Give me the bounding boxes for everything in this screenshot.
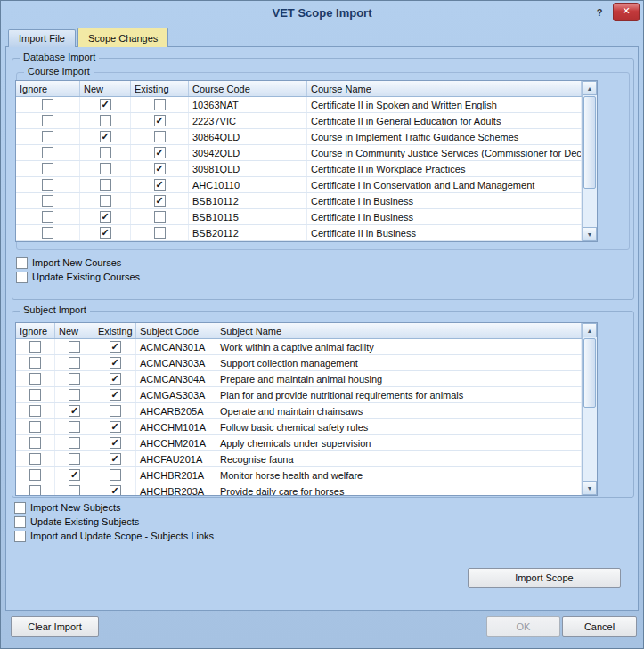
column-header-subject-code[interactable]: Subject Code — [136, 323, 216, 338]
checkbox[interactable] — [16, 257, 28, 269]
scroll-down-icon[interactable]: ▼ — [583, 227, 597, 241]
table-row[interactable]: ✓ BSB20112 Certificate II in Business — [16, 225, 582, 241]
cancel-button[interactable]: Cancel — [562, 616, 637, 637]
table-row[interactable]: ✓ ACMCAN303A Support collection manageme… — [16, 355, 582, 371]
new-checkbox[interactable]: ✓ — [69, 405, 80, 417]
existing-checkbox[interactable] — [154, 99, 166, 110]
column-header-new[interactable]: New — [55, 323, 94, 338]
new-checkbox[interactable] — [69, 357, 80, 369]
column-header-subject-name[interactable]: Subject Name — [216, 323, 582, 338]
existing-checkbox[interactable] — [154, 211, 166, 223]
column-header-ignore[interactable]: Ignore — [16, 81, 80, 96]
subject-option-1[interactable]: Update Existing Subjects — [14, 515, 214, 529]
table-row[interactable]: ✓ AHCHBR203A Provide daily care for hors… — [16, 483, 582, 495]
new-checkbox[interactable]: ✓ — [100, 227, 111, 239]
new-checkbox[interactable] — [100, 163, 111, 174]
new-checkbox[interactable] — [100, 147, 111, 158]
table-row[interactable]: ✓ AHCCHM201A Apply chemicals under super… — [16, 435, 582, 451]
tab-import-file[interactable]: Import File — [8, 29, 76, 47]
table-row[interactable]: ✓ AHCFAU201A Recognise fauna — [16, 451, 582, 467]
subject-table-scrollbar[interactable]: ▲ ▼ — [582, 323, 597, 495]
ignore-checkbox[interactable] — [42, 115, 53, 126]
help-button[interactable]: ? — [591, 4, 607, 20]
table-row[interactable]: ✓ AHCHBR201A Monitor horse health and we… — [16, 467, 582, 483]
existing-checkbox[interactable] — [110, 469, 121, 481]
new-checkbox[interactable] — [100, 195, 111, 207]
existing-checkbox[interactable]: ✓ — [110, 341, 121, 353]
column-header-existing[interactable]: Existing — [131, 81, 189, 96]
ignore-checkbox[interactable] — [42, 211, 53, 223]
existing-checkbox[interactable]: ✓ — [154, 195, 166, 207]
checkbox[interactable] — [14, 502, 26, 514]
column-header-ignore[interactable]: Ignore — [16, 323, 55, 338]
ignore-checkbox[interactable] — [42, 131, 53, 142]
course-table-scrollbar[interactable]: ▲ ▼ — [582, 81, 597, 241]
checkbox[interactable] — [16, 272, 28, 283]
table-row[interactable]: ✓ ACMCAN301A Work within a captive anima… — [16, 339, 582, 355]
new-checkbox[interactable]: ✓ — [100, 99, 111, 110]
existing-checkbox[interactable]: ✓ — [110, 357, 121, 369]
existing-checkbox[interactable]: ✓ — [154, 163, 166, 174]
new-checkbox[interactable] — [69, 485, 80, 495]
ignore-checkbox[interactable] — [42, 163, 53, 174]
table-row[interactable]: ✓ 22237VIC Certificate II in General Edu… — [16, 113, 582, 129]
ignore-checkbox[interactable] — [29, 357, 41, 369]
table-row[interactable]: ✓ AHCARB205A Operate and maintain chains… — [16, 403, 582, 419]
new-checkbox[interactable] — [69, 341, 80, 353]
existing-checkbox[interactable]: ✓ — [110, 421, 121, 433]
column-header-course-name[interactable]: Course Name — [307, 81, 582, 96]
existing-checkbox[interactable] — [154, 131, 166, 142]
table-row[interactable]: ✓ AHC10110 Certificate I in Conservation… — [16, 177, 582, 193]
course-option-0[interactable]: Import New Courses — [16, 256, 140, 270]
new-checkbox[interactable] — [69, 421, 80, 433]
scrollbar-thumb[interactable] — [583, 338, 596, 408]
existing-checkbox[interactable]: ✓ — [110, 453, 121, 465]
column-header-course-code[interactable]: Course Code — [189, 81, 307, 96]
scroll-up-icon[interactable]: ▲ — [583, 81, 597, 95]
existing-checkbox[interactable] — [110, 405, 121, 417]
ok-button[interactable]: OK — [486, 616, 560, 637]
table-row[interactable]: ✓ 30981QLD Certificate II in Workplace P… — [16, 161, 582, 177]
table-row[interactable]: ✓ BSB10112 Certificate I in Business — [16, 193, 582, 209]
ignore-checkbox[interactable] — [42, 147, 53, 158]
existing-checkbox[interactable] — [154, 227, 166, 239]
new-checkbox[interactable]: ✓ — [69, 469, 80, 481]
column-header-new[interactable]: New — [80, 81, 131, 96]
checkbox[interactable] — [14, 531, 26, 542]
existing-checkbox[interactable]: ✓ — [154, 115, 166, 126]
table-row[interactable]: ✓ 10363NAT Certificate II in Spoken and … — [16, 97, 582, 113]
ignore-checkbox[interactable] — [42, 227, 53, 239]
existing-checkbox[interactable]: ✓ — [110, 437, 121, 449]
existing-checkbox[interactable]: ✓ — [154, 179, 166, 191]
existing-checkbox[interactable]: ✓ — [110, 485, 121, 495]
new-checkbox[interactable] — [100, 179, 111, 191]
table-row[interactable]: ✓ 30942QLD Course in Community Justice S… — [16, 145, 582, 161]
import-scope-button[interactable]: Import Scope — [468, 568, 621, 588]
ignore-checkbox[interactable] — [29, 453, 41, 465]
clear-import-button[interactable]: Clear Import — [11, 616, 99, 637]
subject-option-2[interactable]: Import and Update Scope - Subjects Links — [14, 529, 214, 543]
ignore-checkbox[interactable] — [42, 179, 53, 191]
table-row[interactable]: ✓ ACMCAN304A Prepare and maintain animal… — [16, 371, 582, 387]
new-checkbox[interactable]: ✓ — [100, 211, 111, 223]
new-checkbox[interactable] — [69, 373, 80, 385]
ignore-checkbox[interactable] — [29, 341, 41, 353]
ignore-checkbox[interactable] — [42, 195, 53, 207]
table-row[interactable]: ✓ 30864QLD Course in Implement Traffic G… — [16, 129, 582, 145]
ignore-checkbox[interactable] — [29, 437, 41, 449]
scroll-down-icon[interactable]: ▼ — [583, 481, 597, 495]
column-header-existing[interactable]: Existing — [94, 323, 136, 338]
table-row[interactable]: ✓ ACMGAS303A Plan for and provide nutrit… — [16, 387, 582, 403]
ignore-checkbox[interactable] — [29, 405, 41, 417]
table-row[interactable]: ✓ BSB10115 Certificate I in Business — [16, 209, 582, 225]
scroll-up-icon[interactable]: ▲ — [583, 323, 597, 337]
tab-scope-changes[interactable]: Scope Changes — [77, 28, 168, 47]
checkbox[interactable] — [14, 516, 26, 528]
ignore-checkbox[interactable] — [29, 373, 41, 385]
ignore-checkbox[interactable] — [29, 485, 41, 495]
ignore-checkbox[interactable] — [42, 99, 53, 110]
ignore-checkbox[interactable] — [29, 469, 41, 481]
existing-checkbox[interactable]: ✓ — [154, 147, 166, 158]
new-checkbox[interactable] — [69, 437, 80, 449]
course-option-1[interactable]: Update Existing Courses — [16, 270, 140, 284]
